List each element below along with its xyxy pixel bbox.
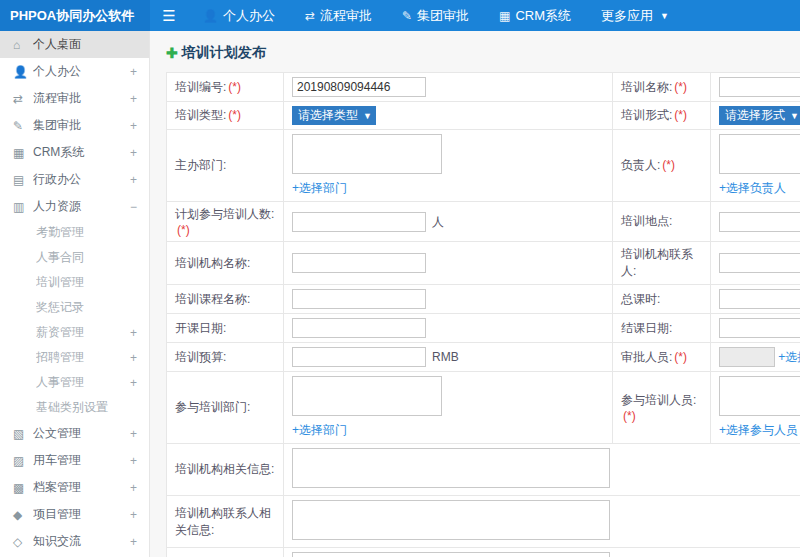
sidebar-subitem-training[interactable]: 培训管理 (0, 270, 149, 295)
hamburger-icon[interactable]: ☰ (150, 7, 188, 25)
flow-icon: ⇄ (13, 92, 33, 106)
sidebar-subitem-hr-contract[interactable]: 人事合同 (0, 245, 149, 270)
label-text: 结课日期: (621, 321, 672, 335)
nav-label: 个人办公 (223, 7, 275, 25)
sidebar-subitem-recruit[interactable]: 招聘管理 + (0, 345, 149, 370)
select-dept-link[interactable]: +选择部门 (292, 181, 347, 195)
doc-icon: ▧ (13, 427, 33, 441)
org-info-textarea[interactable] (292, 448, 610, 488)
sidebar-subitem-label: 奖惩记录 (36, 299, 137, 316)
start-date-input[interactable] (292, 318, 426, 338)
leader-textarea[interactable] (719, 134, 800, 174)
org-name-input[interactable] (292, 253, 426, 273)
sidebar-subitem-salary[interactable]: 薪资管理 + (0, 320, 149, 345)
sidebar-item-archive[interactable]: ▩ 档案管理 + (0, 474, 149, 501)
label-text: 培训预算: (175, 350, 226, 364)
label-text: 参与培训人员: (621, 393, 696, 407)
contact-info-textarea[interactable] (292, 500, 610, 540)
required-mark: (*) (674, 108, 687, 122)
car-icon: ▨ (13, 454, 33, 468)
expand-icon[interactable]: + (130, 326, 137, 340)
sidebar-item-hr[interactable]: ▥ 人力资源 − (0, 193, 149, 220)
nav-item-more-apps[interactable]: 更多应用 ▼ (586, 0, 684, 31)
sidebar-item-personal-office[interactable]: 👤 个人办公 + (0, 58, 149, 85)
sidebar-subitem-attendance[interactable]: 考勤管理 (0, 220, 149, 245)
sidebar-item-label: 人力资源 (33, 198, 130, 215)
label-text: 计划参与培训人数: (175, 207, 274, 221)
sidebar-item-crm[interactable]: ▦ CRM系统 + (0, 139, 149, 166)
field-label: 培训机构联系人: (613, 242, 711, 285)
collapse-icon[interactable]: − (130, 200, 137, 214)
select-value: 请选择类型 (298, 107, 358, 124)
nav-item-process-approval[interactable]: ⇄ 流程审批 (290, 0, 387, 31)
sidebar-subitem-personnel[interactable]: 人事管理 + (0, 370, 149, 395)
expand-icon[interactable]: + (130, 535, 137, 549)
label-text: 负责人: (621, 158, 660, 172)
sidebar-item-vehicle[interactable]: ▨ 用车管理 + (0, 447, 149, 474)
train-type-select[interactable]: 请选择类型 ▼ (292, 106, 376, 125)
expand-icon[interactable]: + (130, 376, 137, 390)
page-title: ✚ 培训计划发布 (166, 44, 800, 62)
label-text: 培训编号: (175, 80, 226, 94)
sidebar-item-desktop[interactable]: ⌂ 个人桌面 (0, 31, 149, 58)
field-label: 培训名称:(*) (613, 73, 711, 102)
train-no-input[interactable] (292, 77, 426, 97)
label-text: 培训机构联系人: (621, 247, 693, 278)
expand-icon[interactable]: + (130, 427, 137, 441)
expand-icon[interactable]: + (130, 173, 137, 187)
nav-item-group-approval[interactable]: ✎ 集团审批 (387, 0, 484, 31)
expand-icon[interactable]: + (130, 351, 137, 365)
nav-item-crm[interactable]: ▦ CRM系统 (484, 0, 586, 31)
host-dept-textarea[interactable] (292, 134, 442, 174)
sidebar-item-knowledge[interactable]: ◇ 知识交流 + (0, 528, 149, 555)
sidebar-item-process-approval[interactable]: ⇄ 流程审批 + (0, 85, 149, 112)
knowledge-icon: ◇ (13, 535, 33, 549)
join-dept-textarea[interactable] (292, 376, 442, 416)
requirement-textarea[interactable] (292, 552, 610, 557)
grid-icon: ▦ (499, 9, 510, 23)
expand-icon[interactable]: + (130, 119, 137, 133)
train-form-select[interactable]: 请选择形式 ▼ (719, 106, 800, 125)
sidebar-item-document[interactable]: ▧ 公文管理 + (0, 420, 149, 447)
expand-icon[interactable]: + (130, 146, 137, 160)
join-people-textarea[interactable] (719, 376, 800, 416)
edit-icon: ✎ (402, 9, 412, 23)
total-hours-input[interactable] (719, 289, 800, 309)
sidebar-item-admin-office[interactable]: ▤ 行政办公 + (0, 166, 149, 193)
location-input[interactable] (719, 212, 800, 232)
select-join-people-link[interactable]: +选择参与人员 (719, 423, 798, 437)
form-row: 主办部门: +选择部门 负责人:(*) +选择负责人 (167, 130, 800, 202)
train-name-input[interactable] (719, 77, 800, 97)
select-approver-link[interactable]: +选择审批人员 (778, 350, 800, 364)
expand-icon[interactable]: + (130, 65, 137, 79)
project-icon: ◆ (13, 508, 33, 522)
app-logo: PHPOA协同办公软件 (0, 0, 150, 31)
label-text: 参与培训部门: (175, 400, 250, 414)
field-label: 参与培训部门: (167, 372, 284, 444)
select-join-dept-link[interactable]: +选择部门 (292, 423, 347, 437)
field-label: 培训地点: (613, 202, 711, 242)
label-text: 总课时: (621, 292, 660, 306)
course-name-input[interactable] (292, 289, 426, 309)
plan-count-input[interactable] (292, 212, 426, 232)
sidebar-subitem-base-category[interactable]: 基础类别设置 (0, 395, 149, 420)
expand-icon[interactable]: + (130, 508, 137, 522)
sidebar-item-project[interactable]: ◆ 项目管理 + (0, 501, 149, 528)
budget-input[interactable] (292, 347, 426, 367)
sidebar-item-group-approval[interactable]: ✎ 集团审批 + (0, 112, 149, 139)
sidebar-item-label: 个人办公 (33, 63, 130, 80)
top-bar: PHPOA协同办公软件 ☰ 👤 个人办公 ⇄ 流程审批 ✎ 集团审批 ▦ CRM… (0, 0, 800, 31)
field-label: 培训要求: (167, 548, 284, 557)
approver-input[interactable] (719, 347, 775, 367)
select-leader-link[interactable]: +选择负责人 (719, 181, 786, 195)
expand-icon[interactable]: + (130, 454, 137, 468)
expand-icon[interactable]: + (130, 92, 137, 106)
form-row: 培训课程名称: 总课时: (167, 285, 800, 314)
org-contact-input[interactable] (719, 253, 800, 273)
sidebar-subitem-reward-record[interactable]: 奖惩记录 (0, 295, 149, 320)
end-date-input[interactable] (719, 318, 800, 338)
label-text: 审批人员: (621, 350, 672, 364)
nav-item-personal-office[interactable]: 👤 个人办公 (188, 0, 290, 31)
expand-icon[interactable]: + (130, 481, 137, 495)
desktop-icon: ⌂ (13, 38, 33, 52)
